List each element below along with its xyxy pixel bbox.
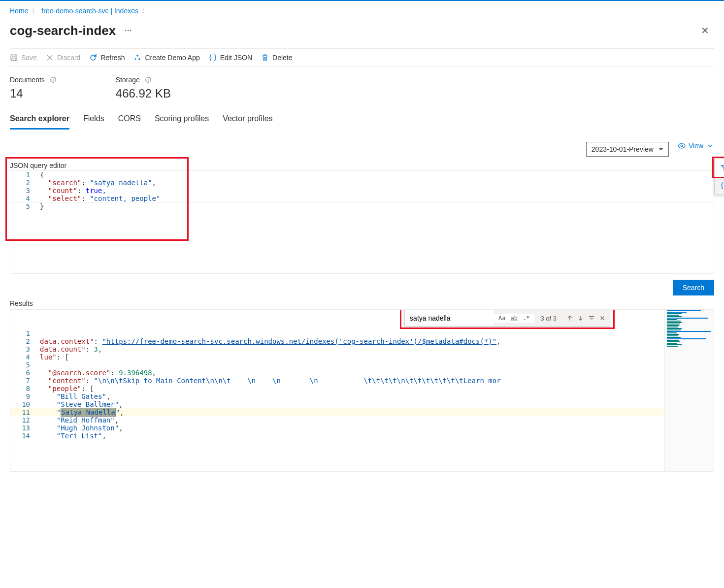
view-option-json[interactable]: JSON view (715, 177, 724, 195)
tab-search-explorer[interactable]: Search explorer (10, 112, 69, 130)
breadcrumb: Home 〉 free-demo-search-svc | Indexes 〉 (10, 1, 714, 19)
editor-label: JSON query editor (10, 162, 714, 169)
discard-button[interactable]: Discard (46, 54, 80, 62)
regex-icon[interactable]: .* (522, 314, 530, 323)
tab-cors[interactable]: CORS (118, 112, 141, 130)
arrow-up-icon[interactable] (566, 315, 573, 322)
delete-button[interactable]: Delete (261, 54, 292, 62)
filter-lines-icon[interactable] (588, 315, 595, 322)
find-count: 3 of 3 (534, 315, 562, 322)
find-bar: Aa ab .* 3 of 3 (404, 310, 610, 327)
view-toggle[interactable]: View (678, 142, 714, 150)
whole-word-icon[interactable]: ab (510, 314, 519, 323)
api-version-select[interactable]: 2023-10-01-Preview (586, 142, 669, 157)
view-option-query[interactable]: Query view (715, 159, 724, 177)
filter-icon (721, 164, 724, 172)
arrow-down-icon[interactable] (577, 315, 584, 322)
tab-vector[interactable]: Vector profiles (223, 112, 272, 130)
braces-icon (209, 54, 217, 62)
stat-documents: Documents 14 (10, 76, 57, 100)
edit-json-button[interactable]: Edit JSON (209, 54, 252, 62)
sparkle-icon (133, 54, 141, 62)
find-input[interactable] (405, 310, 494, 326)
braces-icon (721, 182, 724, 190)
json-query-editor[interactable]: 1{ 2 "search": "satya nadella", 3 "count… (10, 170, 714, 274)
svg-rect-1 (12, 58, 16, 61)
refresh-icon (89, 54, 97, 62)
stat-storage: Storage 466.92 KB (116, 76, 171, 100)
eye-icon (678, 142, 686, 150)
minimap[interactable] (664, 310, 714, 471)
match-case-icon[interactable]: Aa (497, 314, 506, 323)
search-button[interactable]: Search (673, 280, 714, 295)
breadcrumb-home[interactable]: Home (10, 7, 28, 15)
trash-icon (261, 54, 269, 62)
toolbar: Save Discard Refresh Create Demo App Edi… (10, 48, 714, 67)
tabs: Search explorer Fields CORS Scoring prof… (10, 112, 714, 130)
refresh-button[interactable]: Refresh (89, 54, 125, 62)
close-icon[interactable] (599, 315, 606, 322)
results-editor[interactable]: Aa ab .* 3 of 3 1 2data.context": "https… (10, 309, 714, 472)
info-icon[interactable] (145, 76, 152, 83)
create-demo-button[interactable]: Create Demo App (133, 54, 199, 62)
chevron-down-icon (706, 142, 714, 150)
tab-scoring[interactable]: Scoring profiles (155, 112, 209, 130)
more-icon[interactable]: ··· (123, 25, 134, 36)
chevron-icon: 〉 (32, 7, 37, 15)
close-icon (46, 54, 54, 62)
save-icon (10, 54, 18, 62)
svg-point-4 (681, 145, 683, 147)
page-title: cog-search-index (10, 23, 116, 38)
results-label: Results (10, 299, 714, 307)
close-icon[interactable]: ✕ (696, 23, 714, 38)
info-icon[interactable] (50, 76, 57, 83)
view-dropdown: Query view JSON view (714, 159, 724, 195)
save-button[interactable]: Save (10, 54, 37, 62)
chevron-icon: 〉 (142, 7, 148, 15)
tab-fields[interactable]: Fields (83, 112, 104, 130)
breadcrumb-service[interactable]: free-demo-search-svc | Indexes (41, 7, 138, 15)
